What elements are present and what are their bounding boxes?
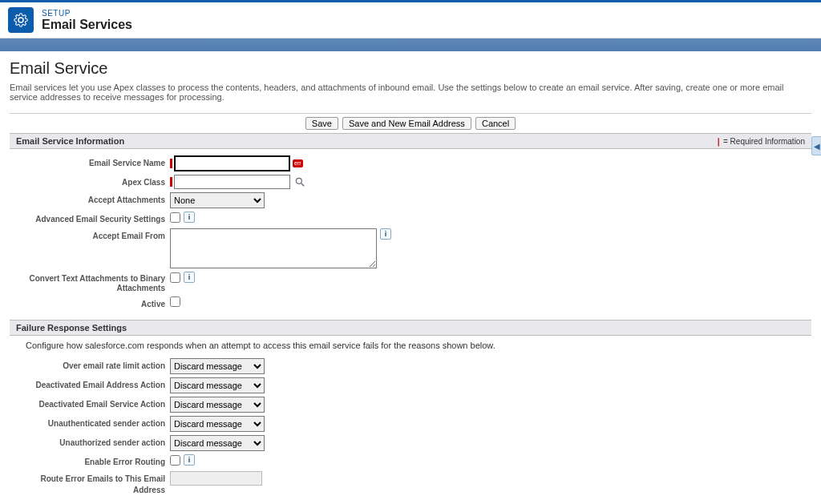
info-icon[interactable]: i [184, 212, 195, 223]
advanced-security-checkbox[interactable] [170, 212, 180, 223]
svg-line-1 [301, 183, 305, 187]
section-title: Email Service Information [16, 136, 124, 146]
header-title: Email Services [42, 18, 132, 32]
label-unauth-sender: Unauthenticated sender action [10, 416, 170, 429]
unauthorized-sender-select[interactable]: Discard message [170, 435, 265, 451]
error-badge: err [293, 159, 303, 167]
convert-text-checkbox[interactable] [170, 272, 180, 283]
unauth-sender-select[interactable]: Discard message [170, 416, 265, 432]
info-icon[interactable]: i [184, 454, 195, 466]
label-route-error-emails: Route Error Emails to This Email Address [10, 471, 170, 496]
label-convert-text: Convert Text Attachments to Binary Attac… [10, 272, 170, 293]
svg-point-0 [296, 178, 301, 183]
accept-attachments-select[interactable]: None [170, 192, 265, 208]
label-active: Active [10, 296, 170, 310]
deactivated-svc-select[interactable]: Discard message [170, 397, 265, 413]
required-mark [170, 177, 172, 187]
label-apex-class: Apex Class [10, 175, 170, 188]
label-enable-error-routing: Enable Error Routing [10, 454, 170, 468]
page-title: Email Service [10, 59, 811, 78]
deactivated-addr-select[interactable]: Discard message [170, 377, 265, 393]
info-icon[interactable]: i [380, 228, 391, 240]
failure-section-desc: Configure how salesforce.com responds wh… [10, 336, 811, 352]
required-legend: ❘= Required Information [715, 137, 805, 146]
section-email-service-info: Email Service Information ❘= Required In… [10, 133, 811, 149]
accept-email-from-textarea[interactable] [170, 228, 377, 268]
setup-label: SETUP [42, 9, 132, 18]
route-error-emails-input [170, 471, 262, 486]
label-advanced-security: Advanced Email Security Settings [10, 212, 170, 225]
email-service-name-input[interactable] [174, 155, 290, 171]
lookup-icon[interactable] [293, 175, 306, 188]
label-over-rate: Over email rate limit action [10, 358, 170, 372]
label-deactivated-svc: Deactivated Email Service Action [10, 397, 170, 410]
section-title: Failure Response Settings [16, 323, 127, 333]
save-and-new-button[interactable]: Save and New Email Address [342, 117, 471, 130]
gear-icon [8, 7, 34, 33]
required-mark [170, 159, 172, 168]
label-accept-attachments: Accept Attachments [10, 192, 170, 206]
active-checkbox[interactable] [170, 296, 180, 307]
top-button-row: Save Save and New Email Address Cancel [10, 113, 811, 133]
over-rate-select[interactable]: Discard message [170, 358, 265, 374]
app-header: SETUP Email Services [0, 0, 821, 38]
decorative-strip [0, 38, 821, 51]
section-failure-response: Failure Response Settings [10, 320, 811, 336]
page-description: Email services let you use Apex classes … [10, 83, 811, 102]
cancel-button[interactable]: Cancel [475, 117, 516, 130]
enable-error-routing-checkbox[interactable] [170, 455, 180, 466]
save-button[interactable]: Save [305, 117, 338, 130]
label-unauthorized-sender: Unauthorized sender action [10, 435, 170, 449]
side-expand-tab[interactable]: ◀ [811, 136, 821, 155]
info-icon[interactable]: i [184, 272, 195, 283]
apex-class-input[interactable] [174, 175, 290, 189]
label-email-service-name: Email Service Name [10, 155, 170, 169]
label-deactivated-addr: Deactivated Email Address Action [10, 377, 170, 391]
label-accept-email-from: Accept Email From [10, 228, 170, 242]
